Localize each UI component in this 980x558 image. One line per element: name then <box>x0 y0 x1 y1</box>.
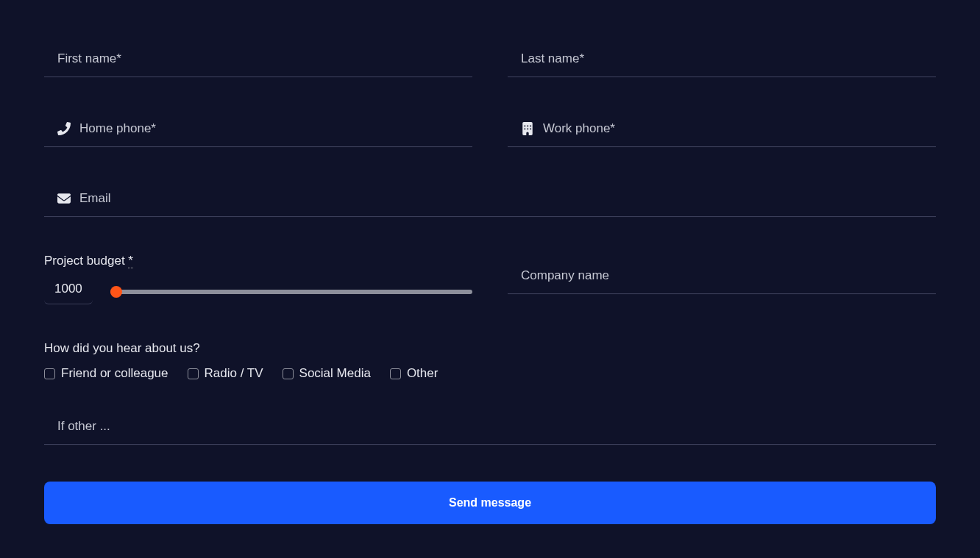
row-phones <box>44 114 936 147</box>
row-budget-company: Project budget * 1000 <box>44 254 936 304</box>
home-phone-input-wrap <box>44 114 472 147</box>
budget-slider-row: 1000 <box>44 279 472 304</box>
row-if-other <box>44 412 936 445</box>
row-names <box>44 44 936 77</box>
option-label: Other <box>407 366 438 381</box>
option-label: Radio / TV <box>205 366 263 381</box>
hear-about-options: Friend or colleague Radio / TV Social Me… <box>44 366 936 381</box>
last-name-input-wrap <box>508 44 936 77</box>
contact-form: Project budget * 1000 How did you hear a… <box>0 0 980 524</box>
checkbox-friend-colleague[interactable] <box>44 368 55 379</box>
hear-about-group: How did you hear about us? Friend or col… <box>44 341 936 381</box>
budget-field: Project budget * 1000 <box>44 254 472 304</box>
building-icon <box>521 122 534 135</box>
row-email <box>44 184 936 217</box>
checkbox-radio-tv[interactable] <box>188 368 199 379</box>
option-friend-colleague[interactable]: Friend or colleague <box>44 366 168 381</box>
email-input-wrap <box>44 184 936 217</box>
first-name-field <box>44 44 472 77</box>
option-other[interactable]: Other <box>390 366 438 381</box>
budget-label: Project budget * <box>44 254 472 268</box>
if-other-input-wrap <box>44 412 936 445</box>
company-field <box>508 254 936 304</box>
first-name-input[interactable] <box>44 49 472 69</box>
home-phone-field <box>44 114 472 147</box>
budget-value-display: 1000 <box>44 279 93 304</box>
work-phone-input[interactable] <box>543 118 936 139</box>
home-phone-input[interactable] <box>79 118 472 139</box>
phone-icon <box>57 122 71 135</box>
hear-about-label: How did you hear about us? <box>44 341 936 356</box>
if-other-field <box>44 412 936 445</box>
option-label: Social Media <box>299 366 371 381</box>
option-label: Friend or colleague <box>61 366 168 381</box>
envelope-icon <box>57 192 71 205</box>
checkbox-other[interactable] <box>390 368 401 379</box>
company-input-wrap <box>508 261 936 294</box>
required-asterisk: * <box>128 254 133 268</box>
last-name-input[interactable] <box>508 49 936 69</box>
send-message-button[interactable]: Send message <box>44 482 936 524</box>
work-phone-input-wrap <box>508 114 936 147</box>
option-radio-tv[interactable]: Radio / TV <box>188 366 263 381</box>
option-social-media[interactable]: Social Media <box>283 366 371 381</box>
first-name-input-wrap <box>44 44 472 77</box>
email-field <box>44 184 936 217</box>
if-other-input[interactable] <box>44 416 936 437</box>
budget-slider[interactable] <box>110 290 472 294</box>
checkbox-social-media[interactable] <box>283 368 294 379</box>
work-phone-field <box>508 114 936 147</box>
last-name-field <box>508 44 936 77</box>
email-input[interactable] <box>79 188 936 209</box>
company-name-input[interactable] <box>508 265 936 286</box>
